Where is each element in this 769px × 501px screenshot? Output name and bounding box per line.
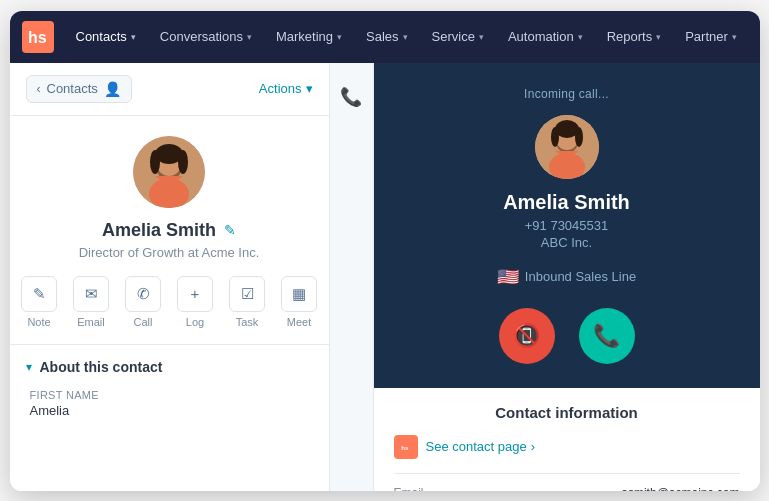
person-icon: 👤 <box>104 81 121 97</box>
phone-icon: ✆ <box>125 276 161 312</box>
nav-item-service[interactable]: Service ▾ <box>422 23 494 50</box>
chevron-down-icon: ▾ <box>131 32 136 42</box>
main-content: ‹ Contacts 👤 Actions ▾ <box>10 63 760 491</box>
email-value: asmith@acmeinc.com <box>621 486 739 491</box>
email-icon: ✉ <box>73 276 109 312</box>
nav-item-conversations[interactable]: Conversations ▾ <box>150 23 262 50</box>
line-label: Inbound Sales Line <box>525 269 636 284</box>
chevron-down-icon: ▾ <box>247 32 252 42</box>
decline-call-button[interactable]: 📵 <box>499 308 555 364</box>
chevron-down-icon: ▾ <box>732 32 737 42</box>
contact-name: Amelia Smith <box>102 220 216 241</box>
external-link-icon: › <box>531 439 535 454</box>
accept-icon: 📞 <box>593 323 620 349</box>
chevron-down-icon: ▾ <box>337 32 342 42</box>
call-actions: 📵 📞 <box>499 308 635 364</box>
breadcrumb-label: Contacts <box>47 81 98 96</box>
svg-point-14 <box>551 127 559 147</box>
log-button[interactable]: + Log <box>177 276 213 328</box>
chevron-left-icon: ‹ <box>37 82 41 96</box>
action-buttons: ✎ Note ✉ Email ✆ Call + Log <box>21 276 317 328</box>
left-panel-header: ‹ Contacts 👤 Actions ▾ <box>10 63 329 116</box>
email-label: Email <box>394 486 424 491</box>
hubspot-small-logo: hs <box>394 435 418 459</box>
meet-button[interactable]: ▦ Meet <box>281 276 317 328</box>
phone-tab-button[interactable]: 📞 <box>333 79 369 115</box>
nav-item-marketing[interactable]: Marketing ▾ <box>266 23 352 50</box>
task-button[interactable]: ☑ Task <box>229 276 265 328</box>
actions-button[interactable]: Actions ▾ <box>259 81 313 96</box>
nav-item-sales[interactable]: Sales ▾ <box>356 23 418 50</box>
meet-icon: ▦ <box>281 276 317 312</box>
nav-item-partner[interactable]: Partner ▾ <box>675 23 747 50</box>
contact-info-title: Contact information <box>394 404 740 421</box>
incoming-label: Incoming call... <box>524 87 609 101</box>
about-section-header[interactable]: ▾ About this contact <box>26 359 313 375</box>
contact-profile: Amelia Smith ✎ Director of Growth at Acm… <box>10 116 329 345</box>
svg-point-8 <box>178 150 188 174</box>
caller-phone: +91 73045531 <box>525 218 609 233</box>
first-name-value: Amelia <box>30 403 309 418</box>
divider <box>394 473 740 474</box>
caller-name: Amelia Smith <box>503 191 630 214</box>
edit-icon[interactable]: ✎ <box>224 222 236 238</box>
field-group: First name Amelia <box>26 389 313 418</box>
see-contact-link[interactable]: See contact page › <box>426 439 536 454</box>
first-name-label: First name <box>30 389 309 401</box>
chevron-down-icon: ▾ <box>306 81 313 96</box>
email-row: Email asmith@acmeinc.com <box>394 486 740 491</box>
note-icon: ✎ <box>21 276 57 312</box>
navbar: hs Contacts ▾ Conversations ▾ Marketing … <box>10 11 760 63</box>
about-section: ▾ About this contact First name Amelia <box>10 345 329 432</box>
svg-point-7 <box>150 150 160 174</box>
svg-point-15 <box>575 127 583 147</box>
left-panel: ‹ Contacts 👤 Actions ▾ <box>10 63 330 491</box>
caller-avatar <box>535 115 599 179</box>
right-panel: Incoming call... Amelia Smith +91 7304 <box>374 63 760 491</box>
task-icon: ☑ <box>229 276 265 312</box>
chevron-down-icon: ▾ <box>26 360 32 374</box>
avatar <box>133 136 205 208</box>
call-card: Incoming call... Amelia Smith +91 7304 <box>374 63 760 388</box>
app-container: hs Contacts ▾ Conversations ▾ Marketing … <box>10 11 760 491</box>
note-button[interactable]: ✎ Note <box>21 276 57 328</box>
call-line: 🇺🇸 Inbound Sales Line <box>497 266 636 288</box>
svg-text:hs: hs <box>401 444 409 450</box>
see-contact-row: hs See contact page › <box>394 435 740 459</box>
caller-company: ABC Inc. <box>541 235 592 250</box>
chevron-down-icon: ▾ <box>578 32 583 42</box>
contact-title: Director of Growth at Acme Inc. <box>79 245 260 260</box>
nav-item-automation[interactable]: Automation ▾ <box>498 23 593 50</box>
nav-item-contacts[interactable]: Contacts ▾ <box>66 23 146 50</box>
contacts-breadcrumb[interactable]: ‹ Contacts 👤 <box>26 75 132 103</box>
chevron-down-icon: ▾ <box>403 32 408 42</box>
about-title: About this contact <box>40 359 163 375</box>
decline-icon: 📵 <box>513 323 540 349</box>
contact-name-row: Amelia Smith ✎ <box>102 220 236 241</box>
hubspot-logo[interactable]: hs <box>22 21 54 53</box>
chevron-down-icon: ▾ <box>656 32 661 42</box>
log-icon: + <box>177 276 213 312</box>
flag-icon: 🇺🇸 <box>497 266 519 288</box>
contact-info-panel: Contact information hs See contact page … <box>374 388 760 491</box>
accept-call-button[interactable]: 📞 <box>579 308 635 364</box>
phone-column: 📞 <box>330 63 374 491</box>
call-button[interactable]: ✆ Call <box>125 276 161 328</box>
chevron-down-icon: ▾ <box>479 32 484 42</box>
svg-text:hs: hs <box>28 29 47 46</box>
email-button[interactable]: ✉ Email <box>73 276 109 328</box>
nav-item-reports[interactable]: Reports ▾ <box>597 23 672 50</box>
